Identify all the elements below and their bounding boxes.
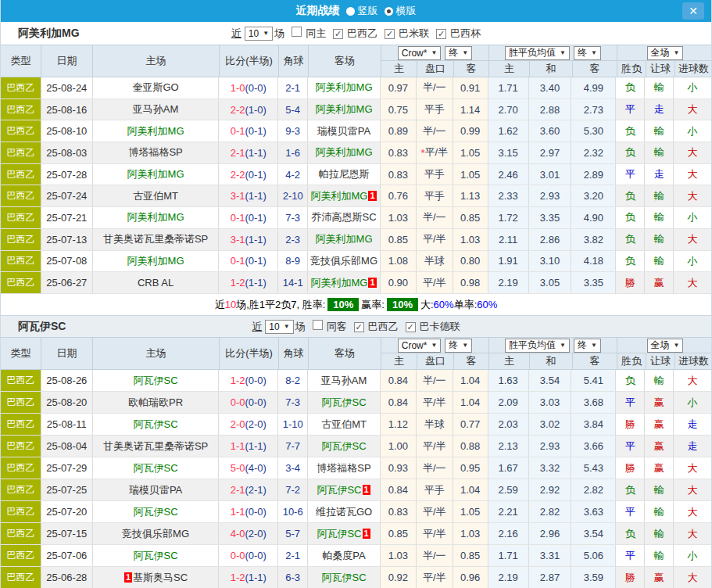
avg-away-cell: 5.30 xyxy=(571,120,616,142)
odds-provider-select[interactable]: Crow*▼ xyxy=(398,46,442,60)
horizontal-layout-label[interactable]: 横版 xyxy=(396,4,417,18)
league-type-cell: 巴西乙 xyxy=(1,545,41,566)
avg-odds-value: 胜平负均值 xyxy=(509,46,556,59)
same-venue-checkbox[interactable] xyxy=(292,27,302,37)
away-odds-cell: 0.85 xyxy=(453,207,488,228)
games-count-select[interactable]: 10 ▼ xyxy=(265,320,293,334)
score-cell: 2-2(1-0) xyxy=(219,99,278,120)
halftime-score: (1-1) xyxy=(245,440,266,452)
league-checkbox[interactable] xyxy=(385,29,395,39)
red-card-badge: 1 xyxy=(368,191,376,201)
match-date-cell: 25-07-25 xyxy=(41,479,93,500)
handicap-cell: 半/一 xyxy=(417,77,453,99)
league-checkbox[interactable] xyxy=(406,322,416,332)
home-odds-cell: 1.03 xyxy=(381,545,417,566)
match-date-cell: 25-08-24 xyxy=(41,77,93,99)
odds-stage-select[interactable]: 终▼ xyxy=(445,46,472,60)
team-cell: 阿瓦伊SC xyxy=(93,457,220,479)
team-cell: 瑞模贝雷PA xyxy=(93,479,220,500)
table-row: 巴西乙25-07-24古亚伯MT3-1(1-1)2-10阿美利加MG10.76平… xyxy=(1,185,711,207)
league-type-cell: 巴西乙 xyxy=(1,392,41,413)
table-row: 巴西乙25-08-11阿瓦伊SC2-0(2-0)1-10古亚伯MT1.12半球0… xyxy=(1,414,711,436)
away-odds-cell: 0.80 xyxy=(453,251,488,272)
home-odds-cell: 0.85 xyxy=(381,229,417,250)
handicap-result-cell: 輸 xyxy=(645,370,674,391)
table-row: 巴西乙25-07-25瑞模贝雷PA2-1(2-1)7-2阿瓦伊SC10.84平手… xyxy=(1,479,711,501)
vertical-layout-label[interactable]: 竖版 xyxy=(358,4,378,18)
avg-draw-cell: 3.05 xyxy=(529,272,572,293)
halftime-score: (4-0) xyxy=(245,462,266,474)
team-name-heading: 阿瓦伊SC xyxy=(18,320,66,334)
league-checkbox[interactable] xyxy=(333,29,343,39)
red-card-badge: 1 xyxy=(124,572,132,583)
handicap-cell: 平/半 xyxy=(417,392,453,413)
team-name: 阿美利加MG xyxy=(127,210,184,224)
away-odds-cell: 0.98 xyxy=(453,272,488,293)
avg-home-cell: 2.33 xyxy=(488,185,529,206)
odds-stage-select[interactable]: 终▼ xyxy=(445,339,472,353)
horizontal-layout-radio[interactable] xyxy=(385,7,393,16)
chevron-down-icon: ▼ xyxy=(560,342,566,349)
odds-provider-select[interactable]: Crow*▼ xyxy=(398,339,442,353)
subcol-avg-draw: 和 xyxy=(530,353,573,369)
league-checkbox[interactable] xyxy=(354,322,364,332)
avg-odds-select[interactable]: 胜平负均值▼ xyxy=(505,339,570,353)
result-cell: 勝 xyxy=(616,414,645,435)
vertical-layout-radio[interactable] xyxy=(346,7,355,16)
col-away: 客场 xyxy=(309,338,381,369)
games-label: 场 xyxy=(274,27,284,41)
score-cell: 4-0(2-0) xyxy=(219,523,278,544)
league-label: 巴卡德联 xyxy=(420,321,460,332)
avg-draw-cell: 2.93 xyxy=(529,185,572,206)
avg-draw-cell: 3.02 xyxy=(529,414,572,435)
halftime-score: (1-1) xyxy=(245,572,266,583)
team-name: 阿美利加MG xyxy=(316,102,373,117)
handicap-cell: 平/半 xyxy=(417,523,453,544)
league-checkbox[interactable] xyxy=(436,29,446,39)
avg-away-cell: 3.66 xyxy=(571,436,616,457)
match-date-cell: 25-08-20 xyxy=(41,392,93,413)
team-cell: 阿美利加MG xyxy=(93,207,220,228)
fulltime-value: 全场 xyxy=(651,46,670,59)
summary-text: 单率: xyxy=(454,298,478,312)
subcol-handicap: 盘口 xyxy=(417,61,454,77)
team-name: 阿美利加MG xyxy=(127,124,184,138)
away-odds-cell: 1.05 xyxy=(453,501,488,522)
avg-stage-select[interactable]: 终▼ xyxy=(574,46,601,60)
home-odds-cell: 0.83 xyxy=(381,501,417,522)
team-cell: 阿瓦伊SC1 xyxy=(308,523,381,544)
team-cell: 博塔福格SP xyxy=(93,142,220,163)
team-name: 阿美利加MG xyxy=(127,167,184,181)
avg-draw-cell: 3.01 xyxy=(529,164,572,185)
score-cell: 0-1(0-1) xyxy=(219,120,278,142)
league-type-cell: 巴西乙 xyxy=(1,99,41,120)
fulltime-score: 2-1 xyxy=(231,484,245,496)
games-count-select[interactable]: 10 ▼ xyxy=(245,27,273,41)
subcol-goals-result: 进球数 xyxy=(675,353,712,369)
close-button[interactable]: ✕ xyxy=(682,2,704,20)
league-type-cell: 巴西乙 xyxy=(1,567,41,588)
table-row: 巴西乙25-07-13甘美奥诺瓦里桑蒂诺SP3-1(1-1)2-3阿美利加MG0… xyxy=(1,229,711,251)
avg-odds-select[interactable]: 胜平负均值▼ xyxy=(505,46,570,60)
team-cell: 甘美奥诺瓦里桑蒂诺SP xyxy=(93,229,220,250)
avg-draw-cell: 3.31 xyxy=(529,545,572,566)
avg-stage-select[interactable]: 终▼ xyxy=(574,339,601,353)
handicap-result-cell: 輸 xyxy=(645,501,674,522)
same-venue-checkbox[interactable] xyxy=(313,320,323,330)
corner-cell: 8-9 xyxy=(278,251,308,272)
avg-draw-cell: 3.03 xyxy=(529,392,572,413)
score-cell: 2-2(0-1) xyxy=(219,164,278,185)
avg-away-cell: 3.82 xyxy=(571,229,616,250)
halftime-score: (0-0) xyxy=(245,550,266,561)
fulltime-select[interactable]: 全场▼ xyxy=(647,46,684,60)
fulltime-select[interactable]: 全场▼ xyxy=(647,339,684,353)
fulltime-score: 1-2 xyxy=(231,375,245,386)
halftime-score: (1-1) xyxy=(245,277,266,289)
team-name: 甘美奥诺瓦里桑蒂诺SP xyxy=(103,232,208,246)
result-cell: 负 xyxy=(616,229,645,250)
fulltime-score: 2-1 xyxy=(231,147,245,159)
halftime-score: (1-0) xyxy=(245,104,266,116)
goals-result-cell: 大 xyxy=(674,99,711,120)
match-date-cell: 25-07-15 xyxy=(41,523,93,544)
chevron-down-icon: ▼ xyxy=(462,49,468,56)
